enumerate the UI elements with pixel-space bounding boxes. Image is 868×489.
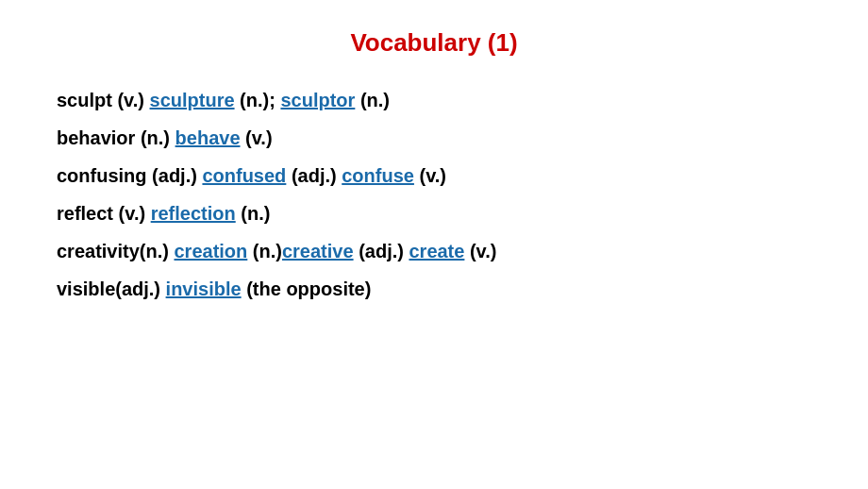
vocab-link-5-3[interactable]: creative — [282, 241, 354, 261]
vocab-text-5-0: creativity(n.) — [57, 241, 174, 261]
vocab-link-3-3[interactable]: confuse — [342, 165, 414, 186]
vocab-link-2-1[interactable]: behave — [175, 127, 241, 148]
vocab-text-5-2: (n.) — [247, 241, 282, 261]
vocab-text-3-4: (v.) — [414, 165, 446, 186]
vocab-text-5-6: (v.) — [464, 241, 496, 261]
vocab-line-2: behavior (n.) behave (v.) — [57, 124, 811, 152]
vocab-line-4: reflect (v.) reflection (n.) — [57, 199, 811, 228]
vocab-line-6: visible(adj.) invisible (the opposite) — [57, 275, 811, 303]
page: Vocabulary (1) sculpt (v.) sculpture (n.… — [0, 0, 868, 489]
vocab-text-1-0: sculpt (v.) — [57, 90, 150, 110]
vocab-link-1-3[interactable]: sculptor — [280, 90, 355, 110]
vocab-text-4-0: reflect (v.) — [57, 203, 151, 224]
vocab-line-1: sculpt (v.) sculpture (n.); sculptor (n.… — [57, 86, 811, 114]
vocab-link-1-1[interactable]: sculpture — [150, 90, 235, 110]
vocab-line-5: creativity(n.) creation (n.)creative (ad… — [57, 237, 811, 265]
vocab-link-4-1[interactable]: reflection — [151, 203, 236, 224]
vocab-link-6-1[interactable]: invisible — [166, 278, 242, 299]
vocab-text-4-2: (n.) — [236, 203, 271, 224]
vocab-text-2-0: behavior (n.) — [57, 127, 175, 148]
vocab-text-1-4: (n.) — [355, 90, 390, 110]
vocab-link-3-1[interactable]: confused — [202, 165, 286, 186]
vocab-text-3-2: (adj.) — [286, 165, 342, 186]
vocab-text-6-2: (the opposite) — [242, 278, 372, 299]
page-title: Vocabulary (1) — [57, 28, 811, 58]
vocab-link-5-1[interactable]: creation — [174, 241, 247, 261]
vocab-text-6-0: visible(adj.) — [57, 278, 166, 299]
vocab-text-3-0: confusing (adj.) — [57, 165, 202, 186]
vocab-text-5-4: (adj.) — [354, 241, 409, 261]
vocab-link-5-5[interactable]: create — [409, 241, 464, 261]
vocab-line-3: confusing (adj.) confused (adj.) confuse… — [57, 161, 811, 190]
vocab-text-2-2: (v.) — [241, 127, 273, 148]
vocabulary-list: sculpt (v.) sculpture (n.); sculptor (n.… — [57, 86, 811, 303]
vocab-text-1-2: (n.); — [235, 90, 281, 110]
